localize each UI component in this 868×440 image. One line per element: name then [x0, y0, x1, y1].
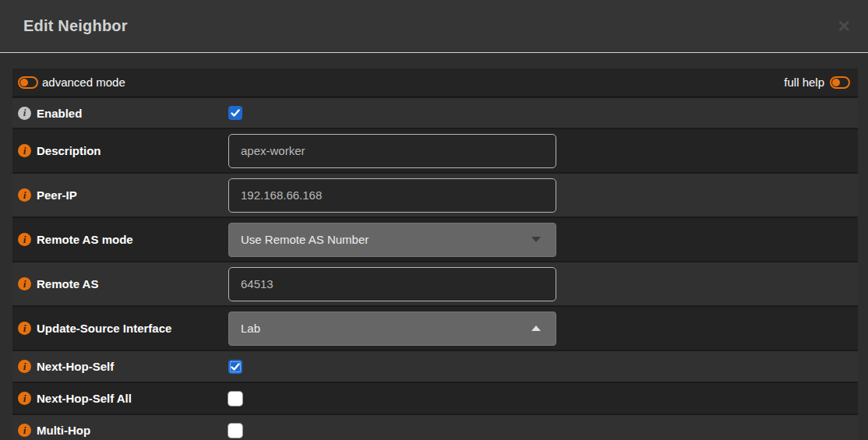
form-row-multi-hop: i Multi-Hop [12, 414, 858, 440]
next-hop-self-checkbox[interactable] [228, 360, 242, 374]
modal-title: Edit Neighbor [23, 17, 128, 35]
field-label: Next-Hop-Self [37, 360, 114, 373]
info-icon[interactable]: i [18, 107, 31, 120]
form-row-peer-ip: i Peer-IP [12, 172, 858, 216]
form-row-remote-as-mode: i Remote AS mode Use Remote AS Number [12, 216, 858, 261]
chevron-down-icon [531, 237, 541, 242]
field-label: Update-Source Interface [37, 322, 171, 335]
full-help-label: full help [784, 76, 824, 89]
chevron-up-icon [531, 326, 541, 331]
info-icon[interactable]: i [18, 392, 31, 405]
remote-as-input[interactable] [228, 267, 556, 301]
peer-ip-input[interactable] [228, 178, 556, 213]
info-icon[interactable]: i [18, 322, 31, 335]
modal-body: advanced mode full help i Enabled i Desc… [0, 53, 868, 440]
info-icon[interactable]: i [18, 360, 31, 373]
field-label: Peer-IP [37, 188, 77, 202]
form-row-next-hop-self-all: i Next-Hop-Self All [12, 382, 858, 414]
field-label: Remote AS [37, 277, 98, 290]
toggle-off-icon[interactable] [830, 76, 850, 89]
full-help-toggle[interactable]: full help [784, 76, 850, 89]
advanced-mode-label: advanced mode [42, 76, 125, 89]
form-row-enabled: i Enabled [12, 96, 858, 128]
info-icon[interactable]: i [18, 424, 31, 437]
check-icon [231, 108, 240, 118]
modal-header: Edit Neighbor ✕ [0, 0, 868, 53]
info-icon[interactable]: i [18, 277, 31, 290]
info-icon[interactable]: i [18, 188, 31, 202]
advanced-mode-toggle[interactable]: advanced mode [18, 76, 125, 89]
remote-as-mode-select[interactable]: Use Remote AS Number [228, 223, 556, 257]
form-row-next-hop-self: i Next-Hop-Self [12, 350, 858, 382]
options-bar: advanced mode full help [12, 69, 858, 96]
field-label: Next-Hop-Self All [37, 392, 132, 405]
multi-hop-checkbox[interactable] [228, 424, 242, 438]
info-icon[interactable]: i [18, 233, 31, 246]
selected-option: Lab [241, 322, 260, 335]
close-icon[interactable]: ✕ [837, 18, 851, 34]
next-hop-self-all-checkbox[interactable] [228, 392, 242, 406]
check-icon [231, 362, 240, 371]
form-row-description: i Description [12, 128, 858, 172]
field-label: Description [37, 144, 101, 157]
description-input[interactable] [228, 134, 556, 168]
toggle-off-icon[interactable] [18, 76, 38, 89]
form-row-update-source-interface: i Update-Source Interface Lab [12, 305, 858, 350]
form-row-remote-as: i Remote AS [12, 261, 858, 305]
info-icon[interactable]: i [18, 144, 31, 157]
field-label: Remote AS mode [37, 233, 133, 246]
enabled-checkbox[interactable] [228, 106, 242, 120]
update-source-interface-select[interactable]: Lab [228, 312, 556, 346]
selected-option: Use Remote AS Number [241, 233, 369, 246]
field-label: Enabled [37, 107, 82, 120]
field-label: Multi-Hop [37, 424, 90, 437]
